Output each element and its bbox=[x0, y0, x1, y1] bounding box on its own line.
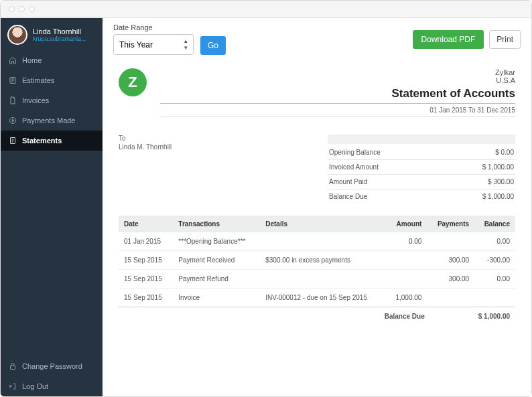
select-caret-icon: ▴▾ bbox=[184, 38, 188, 51]
app-window: Linda Thornhill krupa.subramania... Home… bbox=[0, 0, 532, 397]
sidebar-item-logout[interactable]: Log Out bbox=[1, 376, 103, 396]
col-amount: Amount bbox=[386, 216, 427, 232]
table-row: 01 Jan 2015***Opening Balance***0.000.00 bbox=[119, 232, 515, 251]
avatar bbox=[7, 25, 27, 45]
statements-icon bbox=[9, 137, 17, 145]
estimates-icon bbox=[9, 76, 17, 84]
cell-balance: -300.00 bbox=[474, 251, 515, 270]
cell-amount bbox=[386, 270, 427, 289]
date-range-value: This Year bbox=[119, 40, 153, 50]
window-dot bbox=[29, 6, 35, 12]
col-transactions: Transactions bbox=[173, 216, 260, 232]
sidebar-item-invoices[interactable]: Invoices bbox=[1, 90, 103, 110]
summary-row: Balance Due $ 1,000.00 bbox=[328, 189, 515, 204]
window-dot bbox=[19, 6, 25, 12]
cell-details bbox=[260, 270, 386, 289]
summary-label: Opening Balance bbox=[329, 149, 381, 156]
cell-balance bbox=[474, 289, 515, 307]
statement-title: Statement of Accounts bbox=[160, 87, 515, 104]
cell-payments: 300.00 bbox=[427, 270, 474, 289]
sidebar-item-label: Payments Made bbox=[22, 116, 75, 125]
date-range-label: Date Range bbox=[113, 23, 194, 31]
balance-due-row: Balance Due $ 1,000.00 bbox=[119, 307, 515, 320]
summary-row: Invoiced Amount $ 1,000.00 bbox=[328, 160, 515, 175]
toolbar: Date Range This Year ▴▾ Go Download PDF … bbox=[103, 18, 531, 60]
cell-balance: 0.00 bbox=[474, 270, 515, 289]
summary-value: $ 1,000.00 bbox=[482, 193, 514, 200]
date-range-select[interactable]: This Year ▴▾ bbox=[113, 34, 194, 55]
to-name: Linda M. Thornhill bbox=[119, 143, 172, 151]
cell-payments bbox=[427, 232, 474, 251]
to-block: To Linda M. Thornhill bbox=[119, 135, 172, 204]
org-block: Zylkar U.S.A bbox=[160, 68, 515, 84]
col-balance: Balance bbox=[474, 216, 515, 232]
col-details: Details bbox=[260, 216, 386, 232]
cell-amount: 1,000.00 bbox=[386, 289, 427, 307]
user-block[interactable]: Linda Thornhill krupa.subramania... bbox=[1, 18, 103, 50]
summary-row: Opening Balance $ 0.00 bbox=[328, 145, 515, 160]
org-country: U.S.A bbox=[160, 76, 515, 84]
col-date: Date bbox=[119, 216, 173, 232]
cell-details: $300.00 in excess payments bbox=[260, 251, 386, 270]
sidebar-item-change-password[interactable]: Change Password bbox=[1, 356, 103, 376]
lock-icon bbox=[9, 362, 17, 370]
table-row: 15 Sep 2015Payment Refund300.000.00 bbox=[119, 270, 515, 289]
sidebar-item-label: Estimates bbox=[22, 76, 54, 84]
cell-details: INV-000012 - due on 15 Sep 2015 bbox=[260, 289, 386, 307]
payments-icon bbox=[9, 116, 17, 125]
sidebar-item-label: Log Out bbox=[22, 382, 48, 390]
user-email: krupa.subramania... bbox=[33, 35, 86, 42]
cell-tx: ***Opening Balance*** bbox=[173, 232, 260, 251]
user-name: Linda Thornhill bbox=[33, 27, 86, 35]
table-row: 15 Sep 2015Payment Received$300.00 in ex… bbox=[119, 251, 515, 270]
cell-tx: Payment Refund bbox=[173, 270, 260, 289]
sidebar-item-label: Home bbox=[22, 56, 42, 64]
summary-value: $ 300.00 bbox=[488, 178, 514, 185]
window-dot bbox=[9, 6, 15, 12]
transactions-table: Date Transactions Details Amount Payment… bbox=[119, 216, 515, 307]
cell-payments: 300.00 bbox=[427, 251, 474, 270]
table-row: 15 Sep 2015InvoiceINV-000012 - due on 15… bbox=[119, 289, 515, 307]
svg-rect-3 bbox=[11, 366, 15, 370]
titlebar bbox=[1, 1, 531, 18]
sidebar-item-payments-made[interactable]: Payments Made bbox=[1, 110, 103, 131]
cell-tx: Payment Received bbox=[173, 251, 260, 270]
sidebar-item-statements[interactable]: Statements bbox=[1, 131, 103, 151]
go-button[interactable]: Go bbox=[200, 36, 226, 55]
main: Date Range This Year ▴▾ Go Download PDF … bbox=[103, 18, 531, 396]
to-label: To bbox=[119, 135, 172, 142]
summary-label: Amount Paid bbox=[329, 178, 367, 185]
cell-date: 15 Sep 2015 bbox=[119, 270, 173, 289]
home-icon bbox=[9, 56, 17, 64]
cell-date: 15 Sep 2015 bbox=[119, 251, 173, 270]
statement-date-range: 01 Jan 2015 To 31 Dec 2015 bbox=[160, 106, 515, 117]
cell-amount: 0.00 bbox=[386, 232, 427, 251]
cell-amount bbox=[386, 251, 427, 270]
nav: Home Estimates Invoices Payments Made St… bbox=[1, 50, 103, 356]
summary-value: $ 1,000.00 bbox=[482, 163, 514, 171]
download-pdf-button[interactable]: Download PDF bbox=[413, 30, 484, 49]
sidebar-item-label: Statements bbox=[22, 137, 62, 145]
sidebar: Linda Thornhill krupa.subramania... Home… bbox=[1, 18, 103, 396]
sidebar-item-label: Change Password bbox=[22, 362, 82, 370]
nav-bottom: Change Password Log Out bbox=[1, 356, 103, 396]
summary-label: Invoiced Amount bbox=[329, 163, 379, 171]
summary-value: $ 0.00 bbox=[495, 149, 514, 156]
summary-block: Opening Balance $ 0.00 Invoiced Amount $… bbox=[328, 135, 515, 204]
col-payments: Payments bbox=[427, 216, 474, 232]
summary-header-bar bbox=[328, 135, 515, 144]
logout-icon bbox=[9, 382, 17, 390]
sidebar-item-label: Invoices bbox=[22, 96, 49, 104]
cell-details bbox=[260, 232, 386, 251]
summary-row: Amount Paid $ 300.00 bbox=[328, 175, 515, 189]
print-button[interactable]: Print bbox=[489, 30, 521, 49]
sidebar-item-estimates[interactable]: Estimates bbox=[1, 70, 103, 90]
cell-date: 01 Jan 2015 bbox=[119, 232, 173, 251]
cell-balance: 0.00 bbox=[474, 232, 515, 251]
cell-payments bbox=[427, 289, 474, 307]
invoices-icon bbox=[9, 96, 17, 104]
statement-document: Z Zylkar U.S.A Statement of Accounts 01 … bbox=[103, 60, 531, 333]
cell-date: 15 Sep 2015 bbox=[119, 289, 173, 307]
balance-due-label: Balance Due bbox=[385, 313, 425, 320]
sidebar-item-home[interactable]: Home bbox=[1, 50, 103, 70]
